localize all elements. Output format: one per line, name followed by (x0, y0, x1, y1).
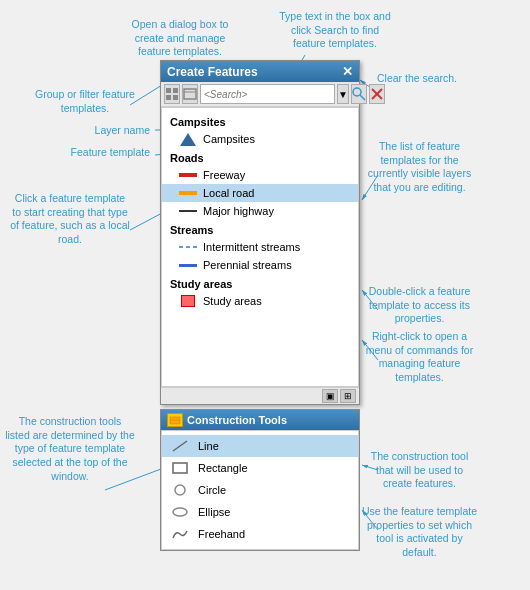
rectangle-tool-icon (170, 460, 190, 476)
annotation-feature-template: Feature template (40, 146, 150, 160)
annotation-open-dialog: Open a dialog box to create and manage f… (120, 18, 240, 59)
annotation-feature-props: Use the feature template properties to s… (362, 505, 477, 560)
tool-rectangle-label: Rectangle (198, 462, 248, 474)
search-dropdown-button[interactable]: ▼ (337, 84, 349, 104)
svg-rect-24 (170, 417, 180, 424)
intermittent-icon (178, 240, 198, 254)
feature-list-statusbar: ▣ ⊞ (161, 387, 359, 404)
construction-tools-panel: Construction Tools Line Rectangle (160, 409, 360, 551)
tool-freehand-label: Freehand (198, 528, 245, 540)
layer-name-campsites: Campsites (162, 112, 358, 130)
tool-circle[interactable]: Circle (162, 479, 358, 501)
feature-label-intermittent: Intermittent streams (203, 241, 300, 253)
freehand-tool-icon (170, 526, 190, 542)
svg-rect-27 (173, 463, 187, 473)
annotation-feature-list: The list of feature templates for the cu… (362, 140, 477, 195)
feature-item-intermittent[interactable]: Intermittent streams (162, 238, 358, 256)
close-button[interactable]: ✕ (342, 64, 353, 79)
create-features-panel: Create Features ✕ ▼ (160, 60, 360, 551)
tool-rectangle[interactable]: Rectangle (162, 457, 358, 479)
campsite-icon (178, 132, 198, 146)
panel-title: Create Features (167, 65, 258, 79)
feature-item-highway[interactable]: Major highway (162, 202, 358, 220)
feature-label-freeway: Freeway (203, 169, 245, 181)
annotation-construction-desc: The construction tools listed are determ… (5, 415, 135, 483)
feature-label-campsites: Campsites (203, 133, 255, 145)
layer-name-studyareas: Study areas (162, 274, 358, 292)
status-icon-2[interactable]: ⊞ (340, 389, 356, 403)
tool-line[interactable]: Line (162, 435, 358, 457)
feature-item-perennial[interactable]: Perennial streams (162, 256, 358, 274)
layer-name-roads: Roads (162, 148, 358, 166)
annotation-right-click: Right-click to open a menu of commands f… (362, 330, 477, 385)
svg-point-29 (173, 508, 187, 516)
svg-rect-16 (166, 95, 171, 100)
tool-circle-label: Circle (198, 484, 226, 496)
annotation-layer-name: Layer name (55, 124, 150, 138)
annotation-double-click: Double-click a feature template to acces… (362, 285, 477, 326)
feature-label-perennial: Perennial streams (203, 259, 292, 271)
search-button[interactable] (351, 84, 367, 104)
annotation-construction-tool: The construction tool that will be used … (362, 450, 477, 491)
freeway-icon (178, 168, 198, 182)
templates-manager-button[interactable] (182, 84, 198, 104)
construction-tools-title: Construction Tools (187, 414, 287, 426)
ellipse-tool-icon (170, 504, 190, 520)
feature-label-highway: Major highway (203, 205, 274, 217)
svg-line-26 (173, 441, 187, 451)
search-input[interactable] (200, 84, 335, 104)
feature-item-localroad[interactable]: Local road (162, 184, 358, 202)
svg-rect-15 (173, 88, 178, 93)
svg-rect-17 (173, 95, 178, 100)
annotation-group-filter: Group or filter feature templates. (35, 88, 135, 115)
tool-line-label: Line (198, 440, 219, 452)
tool-ellipse[interactable]: Ellipse (162, 501, 358, 523)
organize-templates-button[interactable] (164, 84, 180, 104)
panel-title-bar: Create Features ✕ (161, 61, 359, 82)
feature-item-studyareas[interactable]: Study areas (162, 292, 358, 310)
clear-search-button[interactable] (369, 84, 385, 104)
feature-label-studyareas: Study areas (203, 295, 262, 307)
circle-tool-icon (170, 482, 190, 498)
studyareas-icon (178, 294, 198, 308)
tool-freehand[interactable]: Freehand (162, 523, 358, 545)
construction-tools-list: Line Rectangle Circle (161, 430, 359, 550)
feature-item-freeway[interactable]: Freeway (162, 166, 358, 184)
svg-line-21 (360, 95, 365, 100)
feature-template-list: Campsites Campsites Roads Freeway Local … (161, 107, 359, 387)
localroad-icon (178, 186, 198, 200)
feature-item-campsites[interactable]: Campsites (162, 130, 358, 148)
svg-rect-18 (184, 89, 196, 99)
status-icon-1[interactable]: ▣ (322, 389, 338, 403)
panel-toolbar: ▼ (161, 82, 359, 107)
svg-rect-14 (166, 88, 171, 93)
svg-point-28 (175, 485, 185, 495)
construction-tools-titlebar: Construction Tools (161, 410, 359, 430)
svg-point-20 (353, 88, 361, 96)
annotation-click-feature: Click a feature template to start creati… (10, 192, 130, 247)
feature-label-localroad: Local road (203, 187, 254, 199)
tool-ellipse-label: Ellipse (198, 506, 230, 518)
line-tool-icon (170, 438, 190, 454)
construction-tools-icon (167, 413, 183, 427)
highway-icon (178, 204, 198, 218)
perennial-icon (178, 258, 198, 272)
create-features-window: Create Features ✕ ▼ (160, 60, 360, 405)
layer-name-streams: Streams (162, 220, 358, 238)
annotation-search-tip: Type text in the box and click Search to… (275, 10, 395, 51)
